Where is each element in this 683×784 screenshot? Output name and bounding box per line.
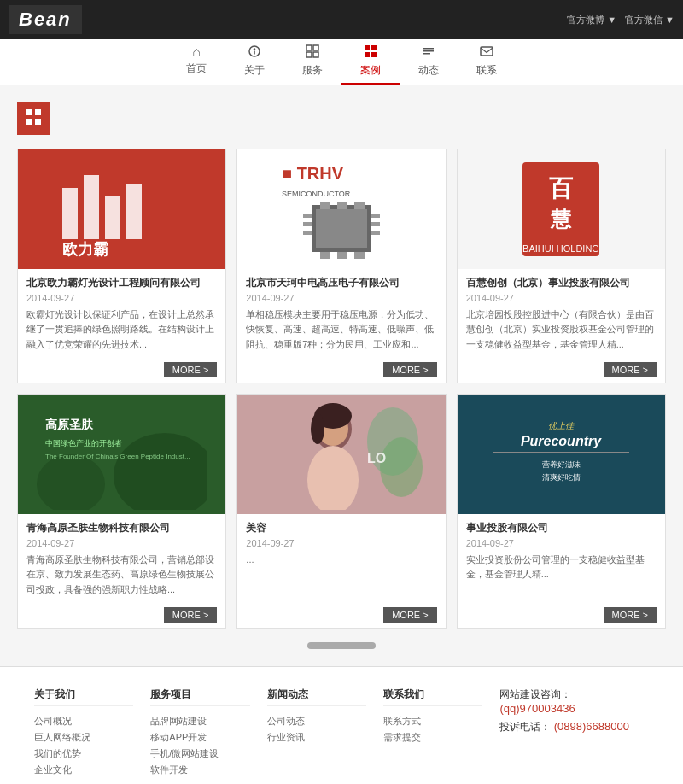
about-icon: [248, 44, 261, 61]
footer-service-link-2[interactable]: 移动APP开发: [150, 731, 249, 744]
card-3-date: 2014-09-27: [466, 293, 657, 303]
svg-rect-33: [371, 214, 380, 218]
svg-text:百: 百: [549, 175, 574, 202]
svg-text:营养好滋味: 营养好滋味: [542, 460, 581, 469]
grid-icon: [25, 108, 42, 130]
footer-about-link-2[interactable]: 巨人网络概况: [34, 731, 133, 744]
card-1-title: 北京欧力霸灯光设计工程顾问有限公司: [26, 276, 217, 290]
card-3-body: 百慧创创（北京）事业投股有限公司 2014-09-27 北京培园投股控股进中心（…: [458, 269, 665, 357]
svg-text:■ TRHV: ■ TRHV: [282, 164, 344, 183]
nav-label-news: 动态: [418, 63, 439, 78]
svg-text:清爽好吃情: 清爽好吃情: [542, 473, 581, 482]
footer-about-link-1[interactable]: 公司概况: [34, 715, 133, 728]
footer-consult-text: 网站建设咨询： (qq)970003436: [499, 687, 649, 715]
card-4-more-btn[interactable]: MORE >: [164, 607, 217, 623]
card-1-more: MORE >: [18, 357, 225, 383]
footer-contact: 联系我们 联系方式 需求提交: [383, 687, 482, 780]
card-5-more: MORE >: [237, 602, 445, 628]
card-1-image: 欧力霸: [18, 149, 225, 269]
card-2-image: ■ TRHV SEMICONDUCTOR: [237, 149, 445, 269]
card-3: 百 慧 BAIHUI HOLDING 百慧创创（北京）事业投股有限公司 2014…: [457, 149, 666, 383]
nav-item-home[interactable]: ⌂ 首页: [167, 39, 225, 85]
card-5-body: 美容 2014-09-27 ...: [237, 514, 445, 602]
footer-about-link-3[interactable]: 我们的优势: [34, 747, 133, 760]
footer-service-link-1[interactable]: 品牌网站建设: [150, 715, 249, 728]
card-4: 高原圣肤 中国绿色产业的开创者 The Founder Of China's G…: [17, 394, 226, 629]
header: Bean 官方微博 ▼ 官方微信 ▼: [0, 0, 683, 39]
svg-rect-40: [337, 202, 347, 209]
card-1-more-btn[interactable]: MORE >: [164, 362, 217, 377]
card-2-title: 北京市天珂中电高压电子有限公司: [246, 276, 436, 290]
card-5-title: 美容: [246, 521, 436, 535]
svg-rect-2: [254, 50, 255, 54]
footer-contact-link-2[interactable]: 需求提交: [383, 731, 482, 744]
footer-news-link-1[interactable]: 公司动态: [267, 715, 366, 728]
svg-rect-21: [84, 175, 99, 239]
news-icon: [422, 44, 435, 61]
card-2-body: 北京市天珂中电高压电子有限公司 2014-09-27 单相稳压模块主要用于稳压电…: [237, 269, 445, 357]
card-6-body: 事业投股有限公司 2014-09-27 实业投资股份公司管理的一支稳健收益型基金…: [458, 514, 665, 602]
card-5-more-btn[interactable]: MORE >: [383, 607, 436, 623]
footer-about-link-4[interactable]: 企业文化: [34, 764, 133, 776]
section-header: [17, 102, 666, 135]
pagination-bar[interactable]: [307, 642, 376, 649]
footer-phone[interactable]: (0898)6688000: [554, 720, 629, 733]
contact-icon: [480, 44, 493, 61]
card-4-more: MORE >: [18, 602, 225, 628]
footer-news-link-2[interactable]: 行业资讯: [267, 731, 366, 744]
svg-rect-18: [35, 119, 41, 125]
footer-qq[interactable]: (qq)970003436: [499, 702, 575, 715]
nav-item-news[interactable]: 动态: [400, 39, 458, 85]
nav-label-contact: 联系: [476, 63, 497, 78]
card-6-date: 2014-09-27: [466, 538, 657, 548]
svg-text:优上佳: 优上佳: [548, 421, 575, 430]
svg-rect-37: [337, 252, 347, 259]
service-icon: [306, 44, 319, 61]
svg-rect-39: [320, 202, 330, 209]
card-4-desc: 青海高原圣肤生物科技有限公司，营销总部设在京、致力发展生态药、高原绿色生物技展公…: [26, 553, 217, 595]
weibo-link[interactable]: 官方微博 ▼: [567, 14, 616, 26]
card-6: 优上佳 Purecountry 营养好滋味 清爽好吃情 事业投股有限公司 201…: [457, 394, 666, 629]
main-content: 欧力霸 北京欧力霸灯光设计工程顾问有限公司 2014-09-27 欧霸灯光设计以…: [0, 85, 683, 666]
nav-item-service[interactable]: 服务: [283, 39, 342, 85]
nav-item-about[interactable]: 关于: [225, 39, 283, 85]
footer-service-link-3[interactable]: 手机/微网站建设: [150, 747, 249, 760]
svg-point-60: [380, 437, 423, 497]
card-2-more-btn[interactable]: MORE >: [383, 362, 436, 377]
svg-rect-23: [126, 184, 142, 239]
card-3-more-btn[interactable]: MORE >: [604, 362, 657, 377]
svg-rect-14: [481, 47, 493, 56]
card-2: ■ TRHV SEMICONDUCTOR: [236, 149, 446, 383]
svg-text:慧: 慧: [550, 208, 572, 231]
nav-item-contact[interactable]: 联系: [458, 39, 516, 85]
svg-rect-65: [493, 452, 629, 453]
card-1: 欧力霸 北京欧力霸灯光设计工程顾问有限公司 2014-09-27 欧霸灯光设计以…: [17, 149, 226, 383]
svg-text:The Founder Of China's Green P: The Founder Of China's Green Peptide Ind…: [45, 453, 190, 460]
svg-rect-30: [303, 214, 312, 218]
footer-about-title: 关于我们: [34, 687, 133, 706]
footer-about: 关于我们 公司概况 巨人网络概况 我们的优势 企业文化: [34, 687, 133, 780]
card-2-more: MORE >: [237, 357, 445, 383]
svg-rect-8: [371, 45, 377, 50]
svg-text:LO: LO: [367, 451, 386, 465]
svg-rect-15: [26, 109, 32, 115]
svg-rect-17: [26, 119, 32, 125]
footer-contact-link-1[interactable]: 联系方式: [383, 715, 482, 728]
svg-rect-29: [316, 209, 367, 248]
nav-item-cases[interactable]: 案例: [342, 39, 400, 85]
svg-rect-41: [354, 202, 365, 209]
svg-rect-5: [306, 52, 312, 57]
svg-rect-34: [371, 222, 380, 226]
home-icon: ⌂: [192, 44, 201, 60]
svg-rect-6: [313, 52, 318, 57]
card-4-title: 青海高原圣肤生物科技有限公司: [26, 521, 217, 535]
card-6-more-btn[interactable]: MORE >: [604, 607, 657, 623]
card-5-image: LO: [237, 395, 445, 514]
card-5: LO 美容 2014-09-27 ... MORE >: [236, 394, 446, 629]
svg-rect-32: [303, 231, 312, 235]
weixin-link[interactable]: 官方微信 ▼: [625, 14, 674, 26]
svg-rect-11: [423, 48, 434, 50]
svg-rect-38: [354, 252, 365, 259]
card-5-date: 2014-09-27: [246, 538, 436, 548]
footer-service-link-4[interactable]: 软件开发: [150, 764, 249, 776]
